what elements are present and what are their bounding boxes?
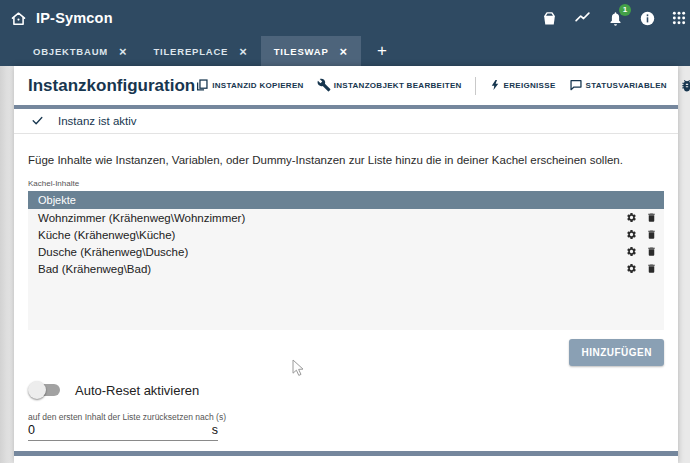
table-header: Objekte bbox=[28, 191, 664, 209]
topbar-icons: 1 bbox=[541, 10, 680, 27]
table-row[interactable]: Küche (Krähenweg\Küche) bbox=[28, 226, 664, 243]
table-row[interactable]: Bad (Krähenweg\Bad) bbox=[28, 260, 664, 277]
topbar: IP-Symcon 1 bbox=[0, 0, 690, 36]
close-icon[interactable]: × bbox=[239, 45, 247, 58]
status-variables-button[interactable]: STATUSVARIABLEN bbox=[569, 78, 667, 94]
app-header: IP-Symcon 1 bbox=[0, 0, 690, 66]
list-field-label: Kachel-Inhalte bbox=[28, 179, 664, 188]
auto-reset-label: Auto-Reset aktivieren bbox=[75, 383, 199, 398]
gear-icon[interactable] bbox=[626, 246, 637, 257]
tab-label: TILESWAP bbox=[274, 46, 329, 57]
edit-instance-object-button[interactable]: INSTANZOBJEKT BEARBEITEN bbox=[317, 78, 462, 94]
lightning-icon bbox=[489, 78, 501, 94]
row-label: Küche (Krähenweg\Küche) bbox=[38, 229, 626, 241]
auto-reset-toggle[interactable] bbox=[28, 381, 62, 399]
reset-seconds-field: s bbox=[28, 422, 218, 441]
debug-button[interactable]: DEBUG bbox=[680, 78, 690, 94]
trends-icon[interactable] bbox=[573, 10, 592, 27]
tab-tilereplace[interactable]: TILEREPLACE × bbox=[140, 36, 260, 66]
reset-field-label: auf den ersten Inhalt der Liste zurückse… bbox=[28, 412, 664, 422]
status-row: Instanz ist aktiv bbox=[14, 109, 678, 134]
gear-icon[interactable] bbox=[626, 263, 637, 274]
toggle-knob bbox=[28, 381, 46, 399]
gear-icon[interactable] bbox=[626, 212, 637, 223]
copy-icon bbox=[195, 78, 209, 94]
app-title: IP-Symcon bbox=[36, 10, 113, 26]
events-button[interactable]: EREIGNISSE bbox=[489, 78, 556, 94]
close-icon[interactable]: × bbox=[340, 45, 348, 58]
speech-bubble-icon bbox=[569, 78, 583, 94]
info-icon[interactable] bbox=[639, 10, 656, 27]
description-text: Füge Inhalte wie Instanzen, Variablen, o… bbox=[28, 154, 664, 166]
page-title: Instanzkonfiguration bbox=[28, 76, 195, 96]
close-icon[interactable]: × bbox=[119, 45, 127, 58]
add-button[interactable]: HINZUFÜGEN bbox=[569, 339, 664, 366]
bug-icon bbox=[680, 78, 690, 94]
new-tab-button[interactable]: + bbox=[361, 36, 403, 66]
instance-toolbar: Instanzkonfiguration INSTANZID KOPIEREN … bbox=[14, 66, 678, 105]
wrench-icon bbox=[317, 78, 331, 94]
row-label: Bad (Krähenweg\Bad) bbox=[38, 263, 626, 275]
seconds-unit-label: s bbox=[212, 423, 218, 437]
check-icon bbox=[30, 114, 45, 129]
trash-icon[interactable] bbox=[646, 229, 657, 240]
tab-label: OBJEKTBAUM bbox=[33, 46, 108, 57]
tile-contents-table: Objekte Wohnzimmer (Krähenweg\Wohnzimmer… bbox=[28, 191, 664, 330]
trash-icon[interactable] bbox=[646, 212, 657, 223]
form-content: Füge Inhalte wie Instanzen, Variablen, o… bbox=[14, 134, 678, 441]
trash-icon[interactable] bbox=[646, 263, 657, 274]
table-row[interactable]: Wohnzimmer (Krähenweg\Wohnzimmer) bbox=[28, 209, 664, 226]
tab-tileswap[interactable]: TILESWAP × bbox=[261, 36, 361, 66]
tab-objektbaum[interactable]: OBJEKTBAUM × bbox=[20, 36, 140, 66]
home-icon[interactable] bbox=[10, 10, 27, 27]
gear-icon[interactable] bbox=[626, 229, 637, 240]
instance-config-panel: Instanzkonfiguration INSTANZID KOPIEREN … bbox=[14, 66, 678, 463]
notification-badge: 1 bbox=[619, 4, 631, 16]
next-section-header-partial bbox=[14, 451, 678, 456]
apps-grid-icon[interactable] bbox=[671, 10, 687, 26]
copy-instance-id-button[interactable]: INSTANZID KOPIEREN bbox=[195, 78, 303, 94]
store-icon[interactable] bbox=[541, 10, 558, 27]
tab-bar: OBJEKTBAUM × TILEREPLACE × TILESWAP × + bbox=[0, 36, 690, 66]
notifications-icon[interactable]: 1 bbox=[607, 10, 624, 27]
table-body: Wohnzimmer (Krähenweg\Wohnzimmer) Küche … bbox=[28, 209, 664, 330]
status-text: Instanz ist aktiv bbox=[58, 115, 137, 127]
trash-icon[interactable] bbox=[646, 246, 657, 257]
table-row[interactable]: Dusche (Krähenweg\Dusche) bbox=[28, 243, 664, 260]
reset-seconds-input[interactable] bbox=[28, 423, 212, 437]
tab-label: TILEREPLACE bbox=[153, 46, 228, 57]
row-label: Dusche (Krähenweg\Dusche) bbox=[38, 246, 626, 258]
row-label: Wohnzimmer (Krähenweg\Wohnzimmer) bbox=[38, 212, 626, 224]
toolbar-divider bbox=[475, 77, 476, 95]
